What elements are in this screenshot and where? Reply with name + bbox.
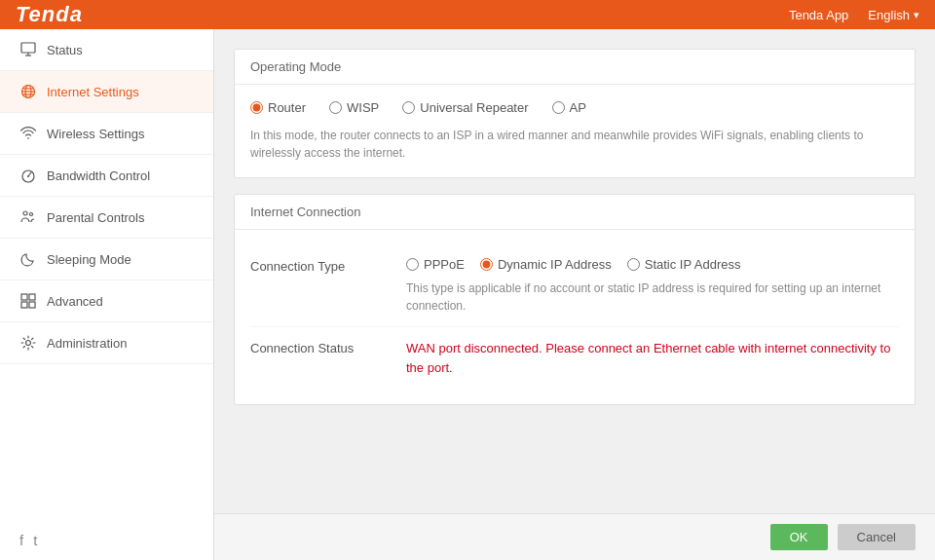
mode-repeater-option[interactable]: Universal Repeater (402, 100, 528, 115)
sidebar-parental-label: Parental Controls (47, 210, 144, 225)
connection-status-row: Connection Status WAN port disconnected.… (250, 327, 899, 389)
cancel-button[interactable]: Cancel (838, 524, 916, 550)
conn-static-label: Static IP Address (645, 257, 741, 272)
connection-type-field: PPPoE Dynamic IP Address Static IP Addre… (406, 257, 899, 315)
ok-button[interactable]: OK (770, 524, 828, 550)
mode-router-label: Router (268, 100, 306, 115)
sidebar-nav: Status Internet Settings Wireless Settin… (0, 29, 213, 364)
mode-ap-option[interactable]: AP (552, 100, 586, 115)
mode-wisp-label: WISP (347, 100, 379, 115)
connection-type-label: Connection Type (250, 257, 406, 274)
conn-dynamic-label: Dynamic IP Address (498, 257, 612, 272)
sidebar-item-internet-settings[interactable]: Internet Settings (0, 71, 213, 113)
connection-status-text: WAN port disconnected. Please connect an… (406, 339, 899, 377)
mode-ap-label: AP (570, 100, 586, 115)
internet-connection-body: Connection Type PPPoE Dynamic IP Address (235, 230, 915, 404)
sidebar-item-wireless-settings[interactable]: Wireless Settings (0, 113, 213, 155)
header: Tenda Tenda App English (0, 0, 935, 29)
logo: Tenda (16, 2, 83, 27)
mode-description: In this mode, the router connects to an … (250, 127, 899, 162)
mode-repeater-label: Universal Repeater (420, 100, 528, 115)
connection-type-desc: This type is applicable if no account or… (406, 280, 899, 315)
mode-router-option[interactable]: Router (250, 100, 306, 115)
facebook-link[interactable]: f (19, 532, 23, 548)
header-lang-selector[interactable]: English (868, 8, 919, 22)
gear-icon (19, 334, 37, 352)
sidebar-sleeping-label: Sleeping Mode (47, 252, 131, 267)
svg-rect-14 (29, 294, 35, 300)
svg-point-10 (27, 175, 29, 177)
connection-type-radios: PPPoE Dynamic IP Address Static IP Addre… (406, 257, 899, 272)
moon-icon (19, 250, 37, 268)
svg-point-11 (23, 211, 27, 215)
operating-mode-body: Router WISP Universal Repeater AP (235, 85, 915, 177)
svg-rect-13 (21, 294, 27, 300)
header-app-label: Tenda App (789, 8, 848, 22)
svg-rect-15 (21, 302, 27, 308)
conn-dynamic-option[interactable]: Dynamic IP Address (480, 257, 612, 272)
sidebar-item-status[interactable]: Status (0, 29, 213, 71)
content-footer: OK Cancel (214, 513, 935, 560)
grid-icon (19, 292, 37, 310)
connection-type-row: Connection Type PPPoE Dynamic IP Address (250, 245, 899, 327)
content-area: Operating Mode Router WISP U (214, 29, 935, 513)
conn-pppoe-option[interactable]: PPPoE (406, 257, 465, 272)
mode-repeater-radio[interactable] (402, 101, 415, 114)
mode-wisp-radio[interactable] (329, 101, 342, 114)
sidebar-advanced-label: Advanced (47, 294, 103, 309)
sidebar: Status Internet Settings Wireless Settin… (0, 29, 214, 560)
mode-router-radio[interactable] (250, 101, 263, 114)
conn-static-option[interactable]: Static IP Address (627, 257, 741, 272)
sidebar-status-label: Status (47, 43, 83, 57)
sidebar-footer: f t (0, 520, 213, 560)
sidebar-wireless-label: Wireless Settings (47, 127, 144, 141)
wifi-icon (19, 125, 37, 142)
sidebar-item-administration[interactable]: Administration (0, 322, 213, 364)
mode-wisp-option[interactable]: WISP (329, 100, 379, 115)
mode-ap-radio[interactable] (552, 101, 565, 114)
operating-mode-header: Operating Mode (235, 50, 915, 85)
twitter-link[interactable]: t (33, 532, 37, 548)
conn-dynamic-radio[interactable] (480, 258, 493, 271)
sidebar-item-parental-controls[interactable]: Parental Controls (0, 197, 213, 239)
sidebar-item-bandwidth-control[interactable]: Bandwidth Control (0, 155, 213, 197)
svg-rect-0 (21, 43, 35, 53)
sidebar-internet-label: Internet Settings (47, 85, 139, 99)
operating-mode-panel: Operating Mode Router WISP U (234, 49, 916, 178)
monitor-icon (19, 41, 37, 58)
connection-status-field: WAN port disconnected. Please connect an… (406, 339, 899, 377)
connection-status-label: Connection Status (250, 339, 406, 355)
sidebar-item-advanced[interactable]: Advanced (0, 280, 213, 322)
svg-point-17 (26, 341, 31, 346)
globe-icon (19, 83, 37, 100)
header-right: Tenda App English (789, 8, 919, 22)
internet-connection-panel: Internet Connection Connection Type PPPo… (234, 194, 916, 405)
internet-connection-header: Internet Connection (235, 195, 915, 230)
sidebar-admin-label: Administration (47, 336, 127, 351)
svg-rect-16 (29, 302, 35, 308)
operating-mode-radio-group: Router WISP Universal Repeater AP (250, 100, 899, 115)
conn-static-radio[interactable] (627, 258, 640, 271)
conn-pppoe-label: PPPoE (424, 257, 465, 272)
svg-point-12 (30, 213, 33, 216)
main-layout: Status Internet Settings Wireless Settin… (0, 29, 935, 560)
speedometer-icon (19, 167, 37, 184)
conn-pppoe-radio[interactable] (406, 258, 419, 271)
sidebar-bandwidth-label: Bandwidth Control (47, 168, 150, 183)
family-icon (19, 208, 37, 226)
sidebar-item-sleeping-mode[interactable]: Sleeping Mode (0, 239, 213, 280)
